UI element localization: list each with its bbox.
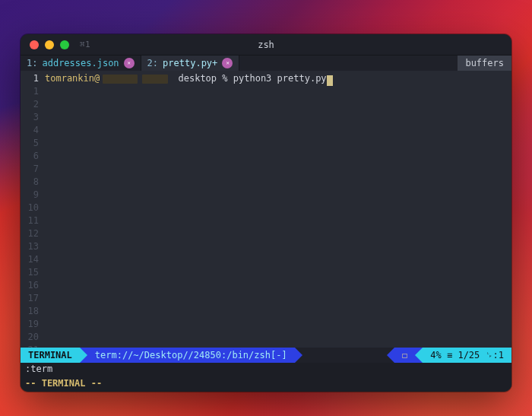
- buffer-tab-pretty[interactable]: 2: pretty.py+: [141, 56, 240, 71]
- buffer-name: addresses.json: [42, 58, 119, 68]
- line-number: 8: [21, 176, 39, 189]
- line-number: 17: [21, 292, 39, 305]
- cursor-block-icon: [327, 75, 333, 86]
- redacted-host: [142, 75, 168, 84]
- line-number: 13: [21, 240, 39, 253]
- chevron-right-icon: [295, 348, 302, 363]
- line-number: 6: [21, 150, 39, 163]
- tab-shortcut-label: ⌘1: [80, 40, 90, 49]
- prompt-user: tomrankin@: [45, 72, 100, 85]
- chevron-left-icon: [415, 348, 423, 363]
- buffer-index: 2:: [147, 58, 158, 68]
- buffer-index: 1:: [27, 58, 37, 68]
- line-number: 9: [21, 189, 39, 202]
- redacted-host: [103, 75, 138, 84]
- typed-command: python3 pretty.py: [233, 72, 327, 85]
- mode-line: -- TERMINAL --: [21, 376, 511, 392]
- line-number: 14: [21, 253, 39, 266]
- terminal-content[interactable]: tomrankin@ desktop % python3 pretty.py: [45, 71, 511, 348]
- traffic-lights: [30, 40, 69, 49]
- prompt-symbol: %: [222, 72, 227, 85]
- maximize-icon[interactable]: [60, 40, 69, 49]
- percent-value: 4%: [430, 350, 441, 360]
- terminal-window: ⌘1 zsh 1: addresses.json 2: pretty.py+ b…: [21, 34, 511, 392]
- line-number-gutter: 1 1 2 3 4 5 6 7 8 9 10 11 12 13 14 15 16…: [21, 71, 45, 348]
- line-number: 20: [21, 331, 39, 344]
- line-number: 3: [21, 111, 39, 124]
- editor-area[interactable]: 1 1 2 3 4 5 6 7 8 9 10 11 12 13 14 15 16…: [21, 71, 511, 348]
- buffer-name: pretty.py+: [163, 58, 217, 68]
- line-number: 12: [21, 227, 39, 240]
- line-number: 7: [21, 163, 39, 176]
- chevron-right-icon: [80, 348, 87, 363]
- close-tab-icon[interactable]: [124, 58, 135, 68]
- line-number: 1: [21, 85, 39, 98]
- minimize-icon[interactable]: [45, 40, 54, 49]
- close-tab-icon[interactable]: [222, 58, 233, 68]
- col-position: ␊:1: [486, 350, 504, 360]
- separator-icon: ≡: [447, 350, 452, 360]
- buffer-tab-addresses[interactable]: 1: addresses.json: [21, 56, 141, 71]
- line-number: 10: [21, 202, 39, 214]
- line-number: 19: [21, 318, 39, 331]
- prompt-line: tomrankin@ desktop % python3 pretty.py: [45, 72, 511, 85]
- line-number: 4: [21, 124, 39, 137]
- line-number: 16: [21, 279, 39, 292]
- status-mode: TERMINAL: [21, 348, 80, 363]
- window-title: zsh: [258, 40, 274, 50]
- buffer-line: 1: addresses.json 2: pretty.py+ buffers: [21, 56, 511, 71]
- prompt-path: desktop: [178, 72, 217, 85]
- line-position: 1/25: [458, 350, 480, 360]
- line-number: 15: [21, 266, 39, 279]
- close-icon[interactable]: [30, 40, 39, 49]
- buffers-label[interactable]: buffers: [458, 56, 511, 71]
- line-number: 11: [21, 214, 39, 227]
- status-path: term://~/Desktop//24850:/bin/zsh[-]: [87, 348, 295, 363]
- line-number: 18: [21, 305, 39, 318]
- line-number: 2: [21, 98, 39, 111]
- line-number: 5: [21, 137, 39, 150]
- status-mode-label: TERMINAL: [28, 350, 72, 360]
- line-number: 1: [21, 72, 39, 85]
- command-line[interactable]: :term: [21, 363, 511, 376]
- status-glyph: ☐: [394, 348, 415, 363]
- chevron-left-icon: [387, 348, 394, 363]
- status-line: TERMINAL term://~/Desktop//24850:/bin/zs…: [21, 348, 511, 363]
- status-percent: 4% ≡ 1/25 ␊:1: [423, 348, 511, 363]
- titlebar[interactable]: ⌘1 zsh: [21, 34, 511, 56]
